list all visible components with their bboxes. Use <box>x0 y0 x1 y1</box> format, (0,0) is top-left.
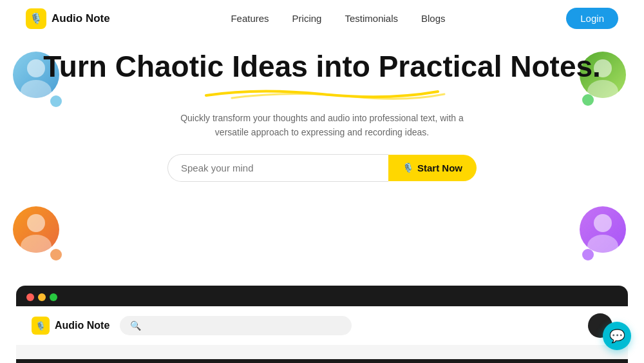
hero-subtitle: Quickly transform your thoughts and audi… <box>174 111 470 140</box>
search-bar: 🎙️ Start Now <box>167 154 477 182</box>
dot-yellow <box>38 293 46 301</box>
app-inner-bar: 🎙️ Audio Note 🔍 <box>16 306 628 345</box>
underline-decoration <box>193 84 451 102</box>
nav-link-blogs[interactable]: Blogs <box>421 13 446 24</box>
navbar: 🎙️ Audio Note Features Pricing Testimoni… <box>0 0 644 37</box>
svg-point-4 <box>27 214 45 232</box>
dot-red <box>26 293 34 301</box>
dot-green <box>50 293 57 301</box>
nav-item-features[interactable]: Features <box>231 13 269 25</box>
avatar-bottom-right <box>580 206 631 258</box>
nav-link-pricing[interactable]: Pricing <box>292 13 322 24</box>
svg-point-5 <box>21 235 52 253</box>
app-bottom-bar <box>16 345 628 359</box>
svg-point-7 <box>587 235 618 253</box>
hero-title: Turn Chaotic Ideas into Practical Notes. <box>26 50 618 84</box>
chat-bubble-button[interactable]: 💬 <box>603 322 631 350</box>
avatar-bottom-left <box>13 206 64 258</box>
logo-text: Audio Note <box>52 12 110 25</box>
app-preview: 🎙️ Audio Note 🔍 <box>16 286 628 363</box>
nav-item-blogs[interactable]: Blogs <box>421 13 446 25</box>
login-button[interactable]: Login <box>566 8 618 29</box>
logo[interactable]: 🎙️ Audio Note <box>26 8 110 29</box>
logo-icon: 🎙️ <box>26 8 46 29</box>
app-logo-text: Audio Note <box>55 320 109 331</box>
svg-point-6 <box>594 214 612 232</box>
speak-input[interactable] <box>167 154 388 182</box>
search-icon: 🔍 <box>130 320 141 331</box>
hero-section: Turn Chaotic Ideas into Practical Notes.… <box>0 37 644 182</box>
app-logo-icon: 🎙️ <box>32 317 50 335</box>
chat-icon: 💬 <box>609 328 625 344</box>
mic-icon: 🎙️ <box>402 162 413 173</box>
nav-link-testimonials[interactable]: Testimonials <box>345 13 398 24</box>
app-logo: 🎙️ Audio Note <box>32 317 109 335</box>
nav-link-features[interactable]: Features <box>231 13 269 24</box>
app-search-bar[interactable]: 🔍 <box>120 316 352 335</box>
nav-links: Features Pricing Testimonials Blogs <box>231 13 445 25</box>
nav-item-pricing[interactable]: Pricing <box>292 13 322 25</box>
traffic-lights <box>16 286 628 306</box>
nav-item-testimonials[interactable]: Testimonials <box>345 13 398 25</box>
start-now-button[interactable]: 🎙️ Start Now <box>388 155 477 181</box>
